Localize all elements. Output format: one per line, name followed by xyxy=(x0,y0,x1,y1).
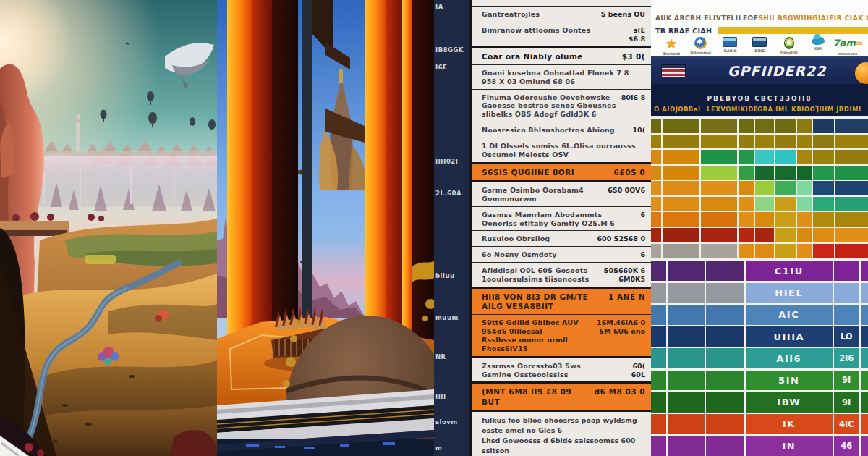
stat-label: AIC xyxy=(746,305,833,325)
browser-launcher[interactable]: Dllmmlsal xyxy=(686,36,715,56)
heatmap-cell xyxy=(739,244,754,258)
band-title: PBEBYOB CBCT33OII8 xyxy=(651,92,868,104)
heatmap-cell xyxy=(739,119,754,133)
top-link[interactable]: AUK ARCBH ELIVTELILEOF xyxy=(655,14,758,22)
heatmap-cell xyxy=(797,212,812,227)
doc-label: Zssrmss Oorcssto03 SwsGsmlne Ossteoolssi… xyxy=(482,362,581,379)
stat-cell xyxy=(668,261,705,282)
heatmap-cell xyxy=(663,135,699,149)
doc-row: GantreatrojlesS beens OU xyxy=(472,6,651,22)
dashboard-panel: AUK ARCBH ELIVTELILEOFSHII BSGWIIHGIAIEI… xyxy=(651,0,868,456)
gold-bar xyxy=(718,27,868,34)
heatmap-cell xyxy=(835,119,868,133)
stat-cell xyxy=(668,326,705,347)
logo7-launcher[interactable]: 7amOIInmnnsns xyxy=(833,36,862,56)
heatmap-cell xyxy=(651,228,661,242)
art-panel-steampunk xyxy=(217,0,434,456)
stat-sliver xyxy=(861,261,868,282)
heatmap-cell xyxy=(835,212,868,227)
orange-ball-icon[interactable] xyxy=(855,62,868,84)
stat-cell xyxy=(668,371,705,391)
heatmap-cell xyxy=(775,166,796,180)
stat-rows: C1IUHIELAICUIIIALOAII62I65IN9IIBW9IIK4IC… xyxy=(651,259,868,456)
stat-row[interactable]: HIEL xyxy=(651,283,868,303)
doc-label: 1 DI OIssels somiss 6L.Olisa ourrausss O… xyxy=(482,142,645,159)
leaf-launcher[interactable]: Dllmllllll xyxy=(775,36,804,56)
doc-label: Afiddlspl O0L 60S Gosoots1ooulorsulsims … xyxy=(482,266,589,284)
subheader-bar: TB RBAE CIAH xyxy=(651,25,868,36)
heatmap-cell xyxy=(701,181,737,195)
heatmap-cell xyxy=(797,197,812,211)
stat-row[interactable]: IN46 xyxy=(651,436,868,456)
heatmap-row xyxy=(651,197,868,211)
doc-value: s(E $6 8 xyxy=(629,26,645,43)
heatmap-cell xyxy=(651,181,661,195)
stat-row[interactable]: AII62I6 xyxy=(651,348,868,368)
heatmap-row xyxy=(651,166,868,180)
heatmap-cell xyxy=(797,244,812,258)
heatmap-cell xyxy=(775,244,796,258)
heatmap-cell xyxy=(739,228,754,242)
doc-value: 60( 60L xyxy=(631,362,645,379)
stat-value: 46 xyxy=(834,436,859,456)
heatmap-row xyxy=(651,150,868,164)
heatmap-cell xyxy=(663,119,699,133)
image-icon xyxy=(723,37,737,47)
stat-row[interactable]: IK4IC xyxy=(651,414,868,434)
heatmap-cell xyxy=(775,150,796,164)
composite-screenshot: IAIB8GGKI6EIIH02I2L.60AbliuumuumNRIIIIsl… xyxy=(0,0,868,456)
stat-row[interactable]: IBW9I xyxy=(651,392,868,413)
heatmap-row xyxy=(651,212,868,227)
heatmap-cell xyxy=(755,150,774,164)
doc-row: Goani kusebna Oohoatlad Flonek 7 8 958 X… xyxy=(472,64,651,89)
heatmap-cell xyxy=(775,228,796,242)
stat-label: C1IU xyxy=(746,261,833,282)
doc-paragraph-line: Lhsd Gowoosss d 6blde salssoomss 600 ssi… xyxy=(482,436,645,456)
sidebar-text-fragment: 2L.60A xyxy=(435,190,461,197)
doc-label: 6o Nosny Osmdoty xyxy=(482,250,557,259)
heatmap-cell xyxy=(835,150,868,164)
page-title: GPFIIDER22 xyxy=(686,63,868,79)
heatmap-cell xyxy=(775,119,796,133)
image-launcher[interactable]: GAIIIG xyxy=(715,36,744,56)
star-launcher[interactable]: ★Dnmnnt xyxy=(657,36,686,56)
heatmap-cell xyxy=(651,135,661,149)
bird-icon xyxy=(812,37,825,45)
icon-caption: Dllmllllll xyxy=(780,51,798,55)
doc-row: fulkus foo blloe ohoosrss poap wyldsmg o… xyxy=(472,410,651,456)
heatmap-cell xyxy=(651,166,661,180)
stat-row[interactable]: C1IU xyxy=(651,261,868,282)
doc-row: Zssrmss Oorcssto03 SwsGsmlne Ossteoolssi… xyxy=(472,356,651,382)
stat-row[interactable]: 5IN9I xyxy=(651,371,868,391)
stat-value xyxy=(834,261,859,282)
heatmap-cell xyxy=(813,150,833,164)
doc-row: Afiddlspl O0L 60S Gosoots1ooulorsulsims … xyxy=(472,262,651,287)
top-links-bar: AUK ARCBH ELIVTELILEOFSHII BSGWIIHGIAIEI… xyxy=(651,0,868,25)
heatmap-cell xyxy=(663,244,699,258)
sidebar-text-fragment: IIH02I xyxy=(435,158,458,165)
sidebar-text-fragment: NR xyxy=(435,353,446,360)
top-link[interactable]: GIAIEIR CIAK OIII G xyxy=(812,14,868,22)
heatmap-cell xyxy=(755,166,774,180)
stat-value: 9I xyxy=(834,392,859,413)
sidebar-text-fragment: slovm xyxy=(435,418,458,426)
heatmap-cell xyxy=(835,135,868,149)
doc-value: S0S660K 6 6M0K5 xyxy=(604,266,645,284)
art-panel-canyon xyxy=(0,0,217,456)
icon-caption: Dllmmlsal xyxy=(690,51,710,55)
heatmap-cell xyxy=(797,228,812,242)
bird-launcher[interactable]: OAI xyxy=(804,36,833,56)
stat-label: IK xyxy=(746,414,833,434)
stat-value: 4IC xyxy=(834,414,859,434)
stat-cell xyxy=(706,348,744,368)
top-link[interactable]: GWIIH xyxy=(788,14,812,22)
heatmap-cell xyxy=(701,119,737,133)
top-link[interactable]: SHII BS xyxy=(758,14,788,22)
stat-row[interactable]: AIC xyxy=(651,305,868,325)
stat-row[interactable]: UIIIALO xyxy=(651,326,868,347)
stat-sliver xyxy=(861,326,868,347)
photo-launcher[interactable]: DIIIG xyxy=(745,36,774,56)
heatmap-cell xyxy=(755,135,774,149)
heatmap-cell xyxy=(813,181,833,195)
heatmap-cell xyxy=(651,150,661,164)
